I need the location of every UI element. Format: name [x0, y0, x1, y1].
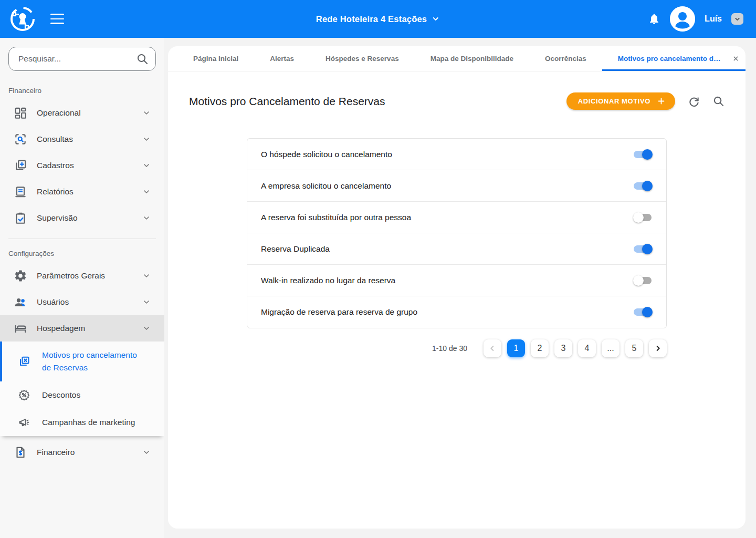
reason-row: O hóspede solicitou o cancelamento — [247, 139, 666, 170]
chevron-down-icon — [142, 272, 151, 280]
page-button-3[interactable]: 3 — [554, 339, 572, 357]
sidebar-item-cadastros[interactable]: Cadastros — [0, 152, 164, 179]
toggle-thumb — [633, 275, 644, 286]
sidebar-item-parametros-gerais[interactable]: Parâmetros Gerais — [0, 263, 164, 289]
toggle-thumb — [633, 212, 644, 223]
chevron-right-icon — [654, 344, 662, 353]
page-prev-button[interactable] — [484, 339, 501, 357]
sidebar-item-supervisao[interactable]: Supervisão — [0, 205, 164, 231]
menu-hamburger-icon[interactable] — [50, 14, 64, 24]
dashboard-icon — [14, 106, 27, 120]
toggle-thumb — [642, 307, 653, 317]
plus-icon — [657, 97, 666, 106]
user-menu-button[interactable] — [731, 13, 743, 25]
section-label-financeiro: Financeiro — [0, 87, 164, 95]
chevron-down-icon — [432, 15, 440, 23]
reason-row: A empresa solicitou o cancelamento — [247, 170, 666, 202]
search-frame-icon — [14, 132, 27, 146]
hospedagem-submenu: Motivos pro cancelamento de Reservas Des… — [0, 342, 164, 436]
notifications-bell-icon[interactable] — [648, 13, 660, 25]
search-icon[interactable] — [136, 53, 149, 65]
chevron-down-icon — [142, 109, 151, 117]
sidebar-item-label: Supervisão — [37, 213, 78, 223]
search-icon[interactable] — [712, 95, 724, 107]
tab-mapa-disponibilidade[interactable]: Mapa de Disponibilidade — [415, 46, 529, 71]
sidebar-subitem-label: Descontos — [42, 389, 80, 401]
reason-toggle[interactable] — [633, 243, 653, 255]
sidebar-subitem-label: Motivos pro cancelamento de Reservas — [42, 349, 142, 374]
page-next-button[interactable] — [649, 339, 667, 357]
page-button-1[interactable]: 1 — [507, 339, 525, 357]
sidebar-item-relatorios[interactable]: Relatórios — [0, 179, 164, 205]
section-label-configuracoes: Configurações — [0, 250, 164, 257]
tab-label: Hóspedes e Reservas — [326, 55, 399, 63]
chevron-down-icon — [142, 324, 151, 333]
discount-icon — [18, 389, 30, 401]
reason-label: O hóspede solicitou o cancelamento — [261, 150, 392, 159]
header-right-group: Luís — [648, 6, 743, 32]
sidebar-subitem-descontos[interactable]: Descontos — [0, 381, 164, 409]
reason-label: Reserva Duplicada — [261, 244, 330, 254]
page-button-2[interactable]: 2 — [531, 339, 549, 357]
cancel-square-icon — [18, 355, 30, 368]
chevron-down-icon — [142, 448, 151, 457]
tab-label: Ocorrências — [545, 55, 586, 63]
chevron-down-icon — [142, 188, 151, 196]
megaphone-icon — [18, 416, 30, 429]
sidebar-item-usuarios[interactable]: Usuários — [0, 289, 164, 315]
chevron-down-icon — [142, 298, 151, 306]
pagination: 1-10 de 30 1 2 3 4 ... 5 — [247, 339, 667, 357]
sidebar-subitem-campanhas-marketing[interactable]: Campanhas de marketing — [0, 409, 164, 436]
tab-close-icon[interactable] — [732, 55, 739, 62]
chevron-down-icon — [142, 214, 151, 222]
sidebar-item-hospedagem[interactable]: Hospedagem — [0, 315, 164, 342]
hotel-selector[interactable]: Rede Hoteleira 4 Estações — [316, 14, 440, 24]
page-button-4[interactable]: 4 — [578, 339, 596, 357]
tab-label: Alertas — [270, 55, 294, 63]
content-card: Página Inicial Alertas Hóspedes e Reserv… — [168, 46, 746, 529]
cancellation-reasons-list: O hóspede solicitou o cancelamento A emp… — [247, 138, 667, 328]
users-icon — [14, 295, 27, 309]
tab-motivos-cancelamento[interactable]: Motivos pro cancelamento d… — [602, 46, 746, 71]
page-button-ellipsis[interactable]: ... — [602, 339, 620, 357]
reason-label: Walk-in realizado no lugar da reserva — [261, 276, 395, 285]
avatar[interactable] — [670, 6, 695, 32]
reason-label: A empresa solicitou o cancelamento — [261, 181, 391, 191]
reason-label: Migração de reserva para reserva de grup… — [261, 307, 417, 317]
add-reason-button[interactable]: ADICIONAR MOTIVO — [566, 92, 675, 110]
toolbar: ADICIONAR MOTIVO — [566, 92, 724, 110]
reason-row: A reserva foi substituída por outra pess… — [247, 202, 666, 233]
reason-row: Migração de reserva para reserva de grup… — [247, 296, 666, 328]
reason-toggle[interactable] — [633, 306, 653, 318]
page-button-5[interactable]: 5 — [625, 339, 643, 357]
toggle-thumb — [642, 181, 653, 191]
tab-label: Página Inicial — [193, 55, 238, 63]
tab-label: Mapa de Disponibilidade — [430, 55, 513, 63]
sidebar-item-financeiro[interactable]: Financeiro — [0, 439, 164, 465]
tab-hospedes-reservas[interactable]: Hóspedes e Reservas — [310, 46, 415, 71]
reason-toggle[interactable] — [633, 212, 653, 223]
tab-pagina-inicial[interactable]: Página Inicial — [177, 46, 254, 71]
sidebar-item-operacional[interactable]: Operacional — [0, 100, 164, 126]
sidebar-subitem-motivos-cancelamento[interactable]: Motivos pro cancelamento de Reservas — [0, 342, 164, 381]
sidebar-item-consultas[interactable]: Consultas — [0, 126, 164, 152]
tab-ocorrencias[interactable]: Ocorrências — [529, 46, 602, 71]
reason-toggle[interactable] — [633, 275, 653, 286]
sidebar-item-label: Operacional — [37, 108, 81, 118]
bed-icon — [14, 322, 27, 335]
avatar-person-icon — [670, 6, 695, 32]
reason-toggle[interactable] — [633, 149, 653, 160]
user-name: Luís — [705, 14, 722, 24]
reason-toggle[interactable] — [633, 180, 653, 192]
search-input[interactable] — [8, 47, 156, 71]
sidebar-divider — [8, 239, 156, 239]
brand-title: Rede Hoteleira 4 Estações — [316, 14, 427, 24]
pagination-range-label: 1-10 de 30 — [432, 344, 467, 353]
tab-alertas[interactable]: Alertas — [254, 46, 310, 71]
sidebar-item-label: Hospedagem — [37, 324, 85, 333]
refresh-icon[interactable] — [688, 95, 700, 107]
sidebar-item-label: Financeiro — [37, 448, 75, 457]
copy-add-icon — [14, 159, 27, 172]
chevron-down-icon — [142, 135, 151, 143]
reason-row: Walk-in realizado no lugar da reserva — [247, 265, 666, 296]
